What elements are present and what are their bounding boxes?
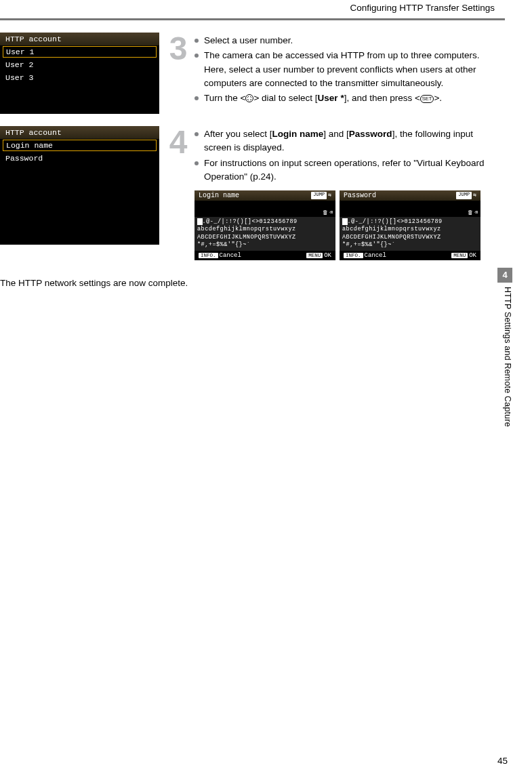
user-bold: User *	[318, 93, 344, 103]
screenshot-titlebar: HTTP account	[0, 33, 159, 45]
jump-badge: JUMP	[456, 192, 472, 199]
vk-line1: .@-_/|:!?()[]<>0123456789	[348, 218, 443, 225]
text: ] and [	[323, 129, 349, 139]
step4-bullet-2: For instructions on input screen operati…	[195, 157, 495, 184]
vk-line3: ABCDEFGHIJKLMNOPQRSTUVWXYZ	[197, 234, 333, 241]
vk-password: Password JUMP⇆ 🗑⌫ .@-_/|:!?()[]<>0123456…	[340, 190, 480, 260]
text: >.	[434, 93, 442, 103]
completion-text: The HTTP network settings are now comple…	[0, 278, 495, 288]
step-4-row: HTTP account Login name Password 4 After…	[0, 126, 495, 260]
text: Turn the <	[204, 93, 245, 103]
vk-footer: INFO.Cancel MENUOK	[195, 251, 335, 260]
ok-label: OK	[324, 252, 331, 259]
step3-bullet-2: The camera can be accessed via HTTP from…	[195, 49, 495, 90]
step3-bullet-3: Turn the <> dial to select [User *], and…	[195, 91, 495, 105]
vk-line3: ABCDEFGHIJKLMNOPQRSTUVWXYZ	[342, 234, 478, 241]
screenshot-row: User 2	[0, 58, 159, 71]
password-bold: Password	[349, 129, 392, 139]
side-tab: 4 HTTP Settings and Remote Capture	[497, 268, 512, 500]
text: ], and then press <	[344, 93, 420, 103]
vk-line2: abcdefghijklmnopqrstuvwxyz	[197, 226, 333, 233]
step-3-text: Select a user number. The camera can be …	[195, 33, 495, 106]
swap-icon: ⇆	[328, 192, 331, 199]
back-icon: ⌫	[474, 209, 478, 216]
vk-title-right: JUMP⇆	[311, 192, 331, 199]
page-number: 45	[497, 756, 508, 766]
vk-title-right: JUMP⇆	[456, 192, 476, 199]
chapter-title-vertical: HTTP Settings and Remote Capture	[497, 287, 512, 427]
vk-titlebar: Password JUMP⇆	[340, 190, 480, 201]
vk-chars: .@-_/|:!?()[]<>0123456789 abcdefghijklmn…	[340, 217, 480, 251]
step4-bullet-1: After you select [Login name] and [Passw…	[195, 127, 495, 155]
screenshot-titlebar: HTTP account	[0, 126, 159, 139]
dial-icon	[245, 94, 253, 102]
vk-footer: INFO.Cancel MENUOK	[340, 251, 480, 260]
virtual-keyboard-pair: Login name JUMP⇆ 🗑⌫ .@-_/|:!?()[]<>01234…	[195, 190, 495, 260]
info-badge: INFO.	[344, 253, 363, 258]
login-bold: Login name	[272, 129, 324, 139]
header-rule	[0, 18, 505, 20]
vk-input-area: 🗑⌫	[195, 201, 335, 217]
set-icon: SET	[420, 95, 434, 103]
delete-icon: 🗑	[323, 209, 328, 216]
ok-label: OK	[469, 252, 476, 259]
vk-line2: abcdefghijklmnopqrstuvwxyz	[342, 226, 478, 233]
chapter-number-tab: 4	[497, 268, 512, 283]
step3-bullet-1: Select a user number.	[195, 34, 495, 47]
screenshot-row-selected: Login name	[3, 140, 157, 151]
jump-badge: JUMP	[311, 192, 327, 199]
step-number-4: 4	[166, 126, 190, 159]
vk-title: Login name	[199, 192, 239, 199]
screenshot-row-selected: User 1	[3, 46, 157, 58]
screenshot-row: Password	[0, 152, 159, 165]
text: After you select [	[204, 129, 272, 139]
text: > dial to select [	[253, 93, 317, 103]
swap-icon: ⇆	[473, 192, 476, 199]
main-content: HTTP account User 1 User 2 User 3 3 Sele…	[0, 33, 532, 288]
info-badge: INFO.	[199, 253, 218, 258]
vk-title: Password	[344, 192, 376, 199]
back-icon: ⌫	[329, 209, 333, 216]
cancel-label: Cancel	[365, 252, 386, 259]
vk-titlebar: Login name JUMP⇆	[195, 190, 335, 201]
vk-line4: *#,+=$%&'"{}~`	[197, 241, 333, 249]
vk-input-area: 🗑⌫	[340, 201, 480, 217]
vk-line1: .@-_/|:!?()[]<>0123456789	[203, 218, 298, 225]
menu-badge: MENU	[451, 253, 468, 258]
step-3-row: HTTP account User 1 User 2 User 3 3 Sele…	[0, 33, 495, 114]
screenshot-http-account-login: HTTP account Login name Password	[0, 126, 159, 245]
vk-line4: *#,+=$%&'"{}~`	[342, 241, 478, 249]
screenshot-http-account-users: HTTP account User 1 User 2 User 3	[0, 33, 159, 114]
page-header-title: Configuring HTTP Transfer Settings	[0, 0, 532, 13]
cancel-label: Cancel	[220, 252, 241, 259]
vk-highlight	[342, 218, 348, 225]
vk-chars: .@-_/|:!?()[]<>0123456789 abcdefghijklmn…	[195, 217, 335, 251]
screenshot-row: User 3	[0, 71, 159, 84]
vk-highlight	[197, 218, 203, 225]
step-4-text: After you select [Login name] and [Passw…	[195, 126, 495, 260]
delete-icon: 🗑	[468, 209, 473, 216]
vk-login: Login name JUMP⇆ 🗑⌫ .@-_/|:!?()[]<>01234…	[195, 190, 335, 260]
step-number-3: 3	[166, 33, 190, 65]
menu-badge: MENU	[306, 253, 323, 258]
